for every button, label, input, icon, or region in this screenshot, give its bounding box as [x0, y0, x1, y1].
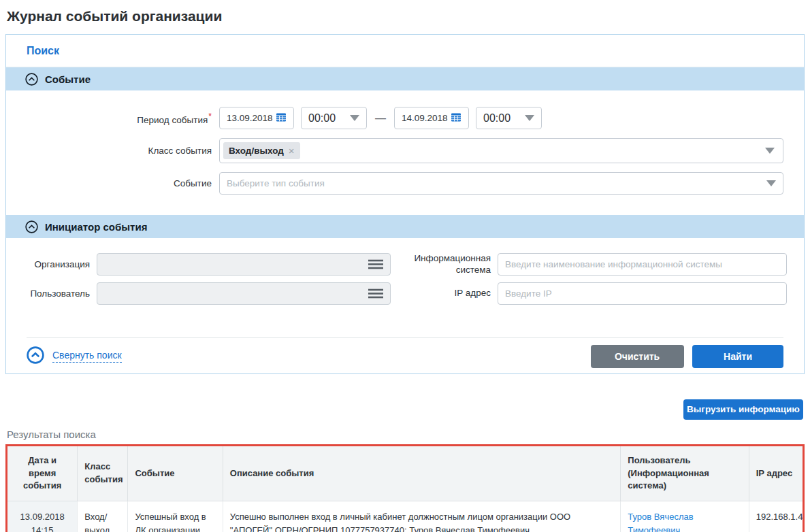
event-section-fields: Период события* 00:00 —	[6, 90, 804, 215]
user-link[interactable]: Туров Вячеслав Тимофеевич	[628, 512, 693, 532]
tag-label: Вход/выход	[229, 146, 284, 156]
organization-field[interactable]	[97, 253, 391, 276]
user-field[interactable]	[97, 282, 391, 305]
user-label: Пользователь	[27, 288, 97, 299]
hamburger-lookup-icon[interactable]	[368, 259, 383, 269]
time-to-dropdown[interactable]: 00:00	[476, 107, 542, 129]
search-panel-title: Поиск	[6, 35, 804, 67]
event-type-label: Событие	[27, 178, 216, 188]
col-header-datetime: Дата и время события	[7, 445, 78, 501]
results-title: Результаты поиска	[7, 429, 805, 440]
event-type-input[interactable]	[227, 178, 766, 188]
find-button[interactable]: Найти	[692, 345, 783, 368]
cell-event-class: Вход/выход	[78, 501, 128, 532]
collapse-search[interactable]: Свернуть поиск	[27, 346, 122, 367]
ip-input[interactable]	[505, 288, 779, 299]
hamburger-lookup-icon[interactable]	[368, 288, 383, 299]
chevron-up-circle-icon[interactable]	[25, 220, 38, 233]
export-button[interactable]: Выгрузить информацию	[683, 399, 803, 420]
time-from-dropdown[interactable]: 00:00	[301, 107, 367, 129]
col-header-description: Описание события	[223, 445, 620, 501]
cell-description: Успешно выполнен вход в личный кабинет д…	[223, 501, 620, 532]
page-title: Журнал событий организации	[7, 8, 805, 24]
event-class-row: Класс события Вход/выход ×	[27, 138, 783, 163]
event-type-dropdown[interactable]	[219, 172, 783, 195]
remove-tag-icon[interactable]: ×	[289, 146, 295, 156]
col-header-user: Пользователь (Информационная система)	[621, 445, 749, 501]
chevron-down-icon[interactable]	[765, 148, 775, 154]
calendar-icon[interactable]	[276, 112, 287, 125]
event-section-title: Событие	[45, 73, 91, 85]
chevron-down-icon[interactable]	[525, 115, 534, 121]
date-to-input[interactable]	[402, 113, 451, 123]
date-from-input[interactable]	[227, 113, 276, 123]
page: Журнал событий организации Поиск Событие…	[0, 0, 810, 532]
initiator-section-title: Инициатор события	[45, 221, 147, 233]
search-buttons: Очистить Найти	[591, 345, 783, 368]
required-asterisk: *	[208, 112, 212, 121]
info-system-label: Информационная система	[398, 253, 498, 276]
event-type-row: Событие	[27, 172, 783, 195]
initiator-section-header[interactable]: Инициатор события	[6, 215, 804, 238]
col-header-ip: IP адрес	[749, 445, 803, 501]
results-table: Дата и время события Класс события Событ…	[5, 444, 805, 532]
event-class-multiselect[interactable]: Вход/выход ×	[219, 138, 783, 163]
collapse-chevron-up-circle-icon[interactable]	[27, 346, 44, 367]
col-header-event-class: Класс события	[78, 445, 128, 501]
chevron-up-circle-icon[interactable]	[25, 73, 38, 86]
cell-event: Успешный вход в ЛК организации	[128, 501, 223, 532]
table-row: 13.09.2018 14:15 (UTC+3) Вход/выход Успе…	[7, 501, 804, 532]
period-row: Период события* 00:00 —	[27, 107, 783, 129]
chevron-down-icon[interactable]	[766, 180, 776, 186]
col-header-event: Событие	[128, 445, 223, 501]
clear-button[interactable]: Очистить	[591, 345, 684, 368]
table-header-row: Дата и время события Класс события Событ…	[7, 445, 804, 501]
cell-user: Туров Вячеслав Тимофеевич	[621, 501, 749, 532]
organization-label: Организация	[27, 259, 97, 269]
cell-datetime: 13.09.2018 14:15 (UTC+3)	[7, 501, 78, 532]
period-label: Период события*	[27, 112, 216, 125]
collapse-search-link[interactable]: Свернуть поиск	[52, 350, 122, 363]
time-to-value: 00:00	[483, 112, 511, 124]
event-section-header[interactable]: Событие	[6, 67, 804, 90]
time-from-value: 00:00	[308, 112, 336, 124]
chevron-down-icon[interactable]	[350, 115, 359, 121]
ip-field[interactable]	[498, 282, 787, 305]
info-system-input[interactable]	[505, 259, 779, 269]
cell-ip: 192.168.1.4	[749, 501, 803, 532]
date-to-field[interactable]	[394, 107, 469, 129]
ip-label: IP адрес	[398, 288, 498, 299]
selected-tag: Вход/выход ×	[223, 142, 300, 159]
info-system-field[interactable]	[498, 253, 787, 276]
event-class-label: Класс события	[27, 146, 216, 156]
export-row: Выгрузить информацию	[5, 399, 803, 420]
organization-row: Организация Информационная система	[27, 253, 783, 276]
search-footer: Свернуть поиск Очистить Найти	[27, 337, 783, 373]
date-from-field[interactable]	[219, 107, 294, 129]
user-row: Пользователь IP адрес	[27, 282, 783, 305]
search-panel: Поиск Событие Период события* 0	[5, 34, 805, 374]
initiator-section-fields: Организация Информационная система Польз…	[6, 238, 804, 324]
calendar-icon[interactable]	[451, 112, 461, 125]
range-separator: —	[375, 112, 386, 124]
